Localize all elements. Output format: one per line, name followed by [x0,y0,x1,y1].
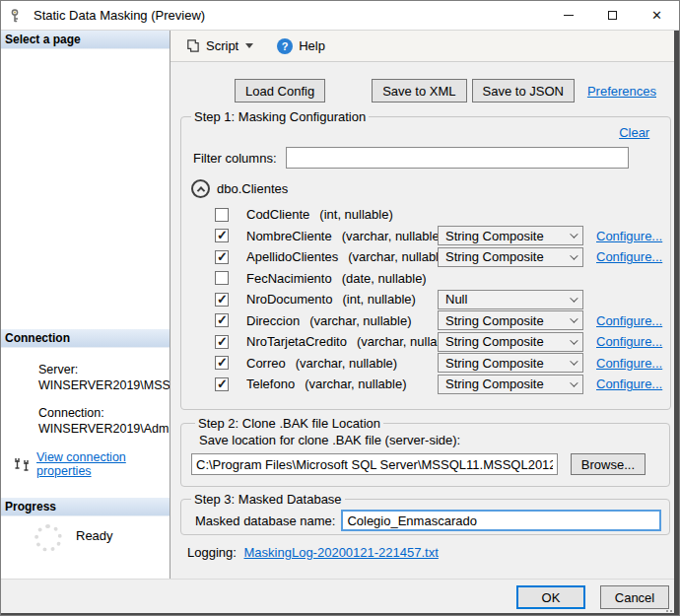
progress-panel: Ready [1,516,170,579]
chevron-down-icon [570,251,578,259]
column-row: Direccion (varchar, nullable) String Com… [187,310,662,332]
table-name: dbo.Clientes [217,181,288,196]
key-icon [10,8,26,24]
connection-header: Connection [1,329,170,348]
ok-button[interactable]: OK [516,585,585,609]
load-config-button[interactable]: Load Config [235,79,325,103]
logging-row: Logging: MaskingLog-20200121-221457.txt [180,545,670,560]
script-icon [185,38,200,53]
column-row: FecNacimiento (date, nullable) [187,268,662,290]
column-row: CodCliente (int, nullable) [187,204,662,226]
close-icon: ✕ [651,9,662,22]
column-checkbox[interactable] [215,250,229,264]
column-name-type: NombreCliente (varchar, nullable) [246,229,438,243]
column-row: Telefono (varchar, nullable) String Comp… [187,374,662,395]
column-checkbox[interactable] [215,293,229,307]
window-right-edge [674,31,679,615]
select-a-page-header: Select a page [1,31,170,49]
collapse-button[interactable] [191,179,210,198]
column-row: NroTarjetaCredito (varchar, nullable) St… [187,331,662,353]
clear-link[interactable]: Clear [619,125,649,140]
script-button[interactable]: Script [180,35,258,56]
step2-title: Step 2: Clone .BAK file Location [195,416,383,431]
chevron-down-icon [570,378,578,386]
configure-link[interactable]: Configure... [596,229,662,243]
clear-row: Clear [187,125,662,140]
connection-value: WINSERVER2019\Administrador [38,421,170,437]
configure-link[interactable]: Configure... [596,249,662,264]
column-name: CodCliente [246,207,309,222]
toolbar: Script ? Help [170,31,679,62]
masking-function-dropdown[interactable]: Null [438,290,583,309]
chevron-down-icon [570,336,578,344]
masking-function-dropdown[interactable]: String Composite [438,375,583,394]
minimize-icon [564,15,574,16]
dropdown-value: String Composite [445,334,544,349]
help-label: Help [299,38,325,53]
chevron-down-icon [570,315,578,323]
column-name-type: CodCliente (int, nullable) [246,207,438,222]
help-button[interactable]: ? Help [272,35,330,57]
dropdown-value: String Composite [445,356,544,371]
column-checkbox[interactable] [215,356,229,370]
masking-function-dropdown[interactable]: String Composite [438,310,583,330]
minimize-button[interactable] [546,1,590,30]
connection-plug-icon [13,457,33,472]
main-panel: Script ? Help Load Config Save to XML Sa… [170,31,679,579]
column-type: (int, nullable) [342,292,415,307]
column-name-type: Telefono (varchar, nullable) [246,376,438,391]
logging-file-link[interactable]: MaskingLog-20200121-221457.txt [244,545,439,560]
column-checkbox[interactable] [215,229,229,242]
masking-function-dropdown[interactable]: String Composite [438,353,583,373]
filter-columns-input[interactable] [286,147,629,169]
column-type: (varchar, nullable) [348,249,438,264]
column-type: (varchar, nullable) [309,313,411,328]
pages-panel [1,49,170,329]
static-data-masking-dialog: Static Data Masking (Preview) ✕ Select a… [0,0,680,616]
filter-columns-label: Filter columns: [193,151,277,166]
close-button[interactable]: ✕ [635,1,679,30]
progress-spinner-icon [34,524,62,552]
save-to-xml-button[interactable]: Save to XML [372,79,466,103]
column-name: ApellidoClientes [246,249,338,264]
column-checkbox[interactable] [215,377,229,391]
configure-link[interactable]: Configure... [596,313,662,328]
masked-db-name-input[interactable] [341,510,661,531]
configure-link[interactable]: Configure... [596,334,662,349]
column-row: NombreCliente (varchar, nullable) String… [187,226,662,247]
save-to-json-button[interactable]: Save to JSON [472,79,575,103]
masking-function-dropdown[interactable]: String Composite [438,332,583,352]
view-connection-properties-link[interactable]: View connection properties [36,450,170,478]
column-name-type: Correo (varchar, nullable) [246,356,438,371]
column-name: Telefono [246,376,295,391]
column-checkbox[interactable] [215,208,229,222]
column-checkbox[interactable] [215,313,229,327]
bak-path-input[interactable] [191,453,558,475]
browse-button[interactable]: Browse... [571,453,646,475]
chevron-down-icon [570,358,578,366]
configure-link[interactable]: Configure... [596,376,662,391]
connection-label: Connection: [38,405,170,421]
column-name: Correo [246,356,286,371]
footer: OK Cancel [1,579,679,615]
column-checkbox[interactable] [215,335,229,349]
column-name: NroDocumento [246,292,332,307]
maximize-button[interactable] [590,1,635,30]
progress-status: Ready [76,528,113,543]
step2-group: Step 2: Clone .BAK file Location Save lo… [180,416,670,487]
table-row: dbo.Clientes [187,179,662,198]
logging-label: Logging: [187,545,237,560]
column-checkbox[interactable] [215,271,229,285]
preferences-link[interactable]: Preferences [587,84,656,99]
dropdown-value: String Composite [445,313,544,328]
column-type: (varchar, nullable) [305,376,406,391]
cancel-button[interactable]: Cancel [600,585,669,609]
window-bottom-edge [1,613,679,615]
masking-function-dropdown[interactable]: String Composite [438,226,583,245]
actions-row: Load Config Save to XML Save to JSON Pre… [180,79,670,103]
column-name: Direccion [246,313,300,328]
content-area: Load Config Save to XML Save to JSON Pre… [170,62,679,579]
step3-title: Step 3: Masked Database [191,492,345,507]
masking-function-dropdown[interactable]: String Composite [438,247,583,267]
configure-link[interactable]: Configure... [596,356,662,371]
